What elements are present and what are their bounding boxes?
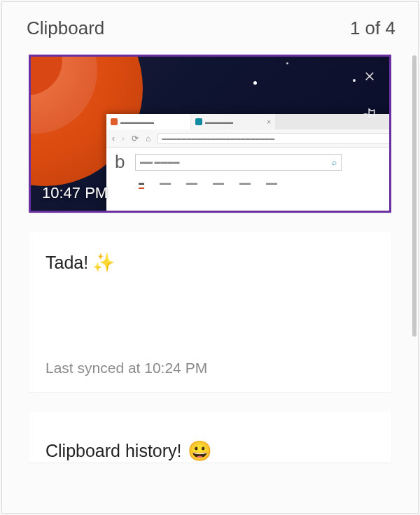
clipboard-item-text[interactable]: Tada! ✨ Last synced at 10:24 PM [29, 232, 391, 392]
grin-emoji-icon: 😀 [188, 439, 212, 463]
clipboard-text-content: Tada! ✨ [46, 252, 374, 274]
clipboard-panel: Clipboard 1 of 4 ▬▬▬▬▬▬ [1, 1, 419, 514]
delete-item-button[interactable] [360, 66, 379, 86]
clipboard-item-text[interactable]: Clipboard history! 😀 [29, 411, 391, 463]
panel-title: Clipboard [27, 17, 104, 39]
pin-icon [363, 107, 377, 121]
item-timestamp: 10:47 PM [42, 184, 108, 202]
close-icon [363, 70, 376, 83]
clipboard-text-content: Clipboard history! 😀 [46, 439, 374, 463]
browser-window-thumbnail: ▬▬▬▬▬▬ ▬▬▬▬▬ × ‹ › ⟳ ⌂ ▬▬▬▬▬▬▬▬▬▬▬▬▬ [106, 114, 389, 211]
clipboard-items-list: ▬▬▬▬▬▬ ▬▬▬▬▬ × ‹ › ⟳ ⌂ ▬▬▬▬▬▬▬▬▬▬▬▬▬ [2, 55, 418, 463]
sparkle-emoji-icon: ✨ [92, 252, 115, 274]
panel-header: Clipboard 1 of 4 [2, 2, 418, 55]
clipboard-item-image[interactable]: ▬▬▬▬▬▬ ▬▬▬▬▬ × ‹ › ⟳ ⌂ ▬▬▬▬▬▬▬▬▬▬▬▬▬ [29, 55, 391, 213]
sync-status: Last synced at 10:24 PM [46, 360, 374, 376]
scrollbar[interactable] [412, 55, 416, 337]
item-counter: 1 of 4 [350, 17, 396, 39]
pin-item-button[interactable] [360, 104, 379, 124]
